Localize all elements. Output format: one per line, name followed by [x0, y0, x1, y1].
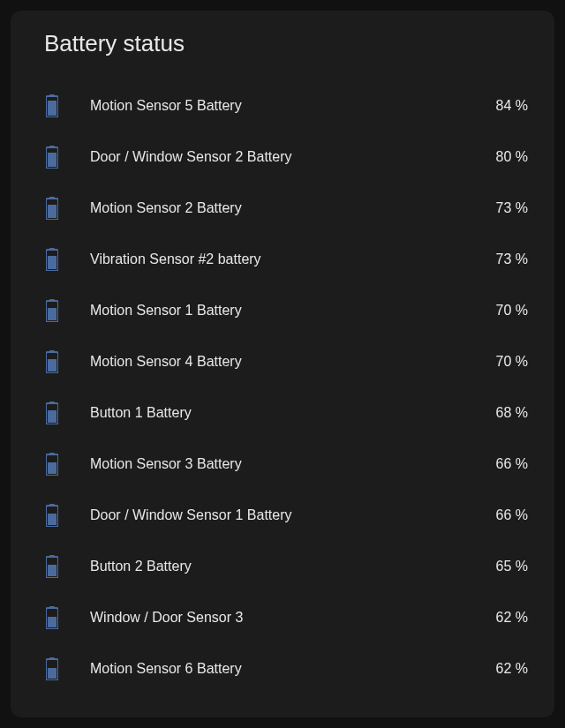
sensor-row[interactable]: Motion Sensor 2 Battery73 %: [32, 183, 533, 234]
svg-rect-29: [48, 565, 56, 576]
svg-rect-8: [48, 205, 56, 218]
sensor-row[interactable]: Button 1 Battery68 %: [32, 387, 533, 439]
card-title: Battery status: [44, 30, 533, 57]
sensor-value: 84 %: [496, 98, 528, 114]
sensor-value: 62 %: [496, 661, 528, 677]
svg-rect-20: [48, 410, 56, 423]
sensor-label: Motion Sensor 5 Battery: [90, 98, 496, 114]
sensor-label: Door / Window Sensor 1 Battery: [90, 507, 496, 523]
sensor-row[interactable]: Motion Sensor 4 Battery70 %: [32, 336, 533, 387]
sensor-row[interactable]: Window / Door Sensor 362 %: [32, 592, 533, 643]
sensor-row[interactable]: Door / Window Sensor 2 Battery80 %: [32, 131, 533, 183]
svg-rect-26: [48, 514, 56, 525]
battery-icon: [44, 94, 60, 117]
sensor-label: Vibration Sensor #2 battery: [90, 251, 496, 267]
sensor-value: 80 %: [496, 149, 528, 165]
battery-icon: [44, 453, 60, 476]
sensor-label: Button 2 Battery: [90, 559, 496, 574]
battery-icon: [44, 606, 60, 629]
sensor-label: Window / Door Sensor 3: [90, 610, 496, 626]
sensor-value: 65 %: [496, 559, 528, 574]
battery-status-card: Battery status Motion Sensor 5 Battery84…: [11, 11, 554, 717]
battery-icon: [44, 657, 60, 680]
sensor-row[interactable]: Motion Sensor 6 Battery62 %: [32, 643, 533, 694]
sensor-row[interactable]: Motion Sensor 1 Battery70 %: [32, 285, 533, 336]
sensor-value: 70 %: [496, 354, 528, 370]
sensor-value: 68 %: [496, 405, 528, 421]
battery-icon: [44, 248, 60, 271]
battery-icon: [44, 350, 60, 373]
svg-rect-17: [48, 359, 56, 372]
svg-rect-32: [48, 617, 56, 627]
svg-rect-2: [48, 101, 56, 116]
sensor-value: 70 %: [496, 303, 528, 319]
svg-rect-35: [48, 668, 56, 679]
battery-icon: [44, 197, 60, 220]
sensor-row[interactable]: Motion Sensor 5 Battery84 %: [32, 80, 533, 131]
sensor-label: Motion Sensor 1 Battery: [90, 303, 496, 319]
battery-icon: [44, 402, 60, 424]
sensor-value: 62 %: [496, 610, 528, 626]
sensor-row[interactable]: Door / Window Sensor 1 Battery66 %: [32, 490, 533, 541]
svg-rect-14: [48, 308, 56, 320]
sensor-label: Motion Sensor 6 Battery: [90, 661, 496, 677]
sensor-label: Motion Sensor 4 Battery: [90, 354, 496, 370]
battery-icon: [44, 146, 60, 169]
sensor-row[interactable]: Vibration Sensor #2 battery73 %: [32, 234, 533, 285]
sensor-label: Motion Sensor 2 Battery: [90, 200, 496, 216]
sensor-label: Door / Window Sensor 2 Battery: [90, 149, 496, 165]
sensor-row[interactable]: Button 2 Battery65 %: [32, 541, 533, 592]
sensor-value: 66 %: [496, 456, 528, 472]
sensor-value: 73 %: [496, 251, 528, 267]
battery-icon: [44, 299, 60, 322]
svg-rect-11: [48, 256, 56, 269]
sensor-label: Motion Sensor 3 Battery: [90, 456, 496, 472]
svg-rect-23: [48, 462, 56, 474]
battery-icon: [44, 555, 60, 578]
sensor-value: 73 %: [496, 200, 528, 216]
sensor-list: Motion Sensor 5 Battery84 % Door / Windo…: [32, 80, 533, 694]
battery-icon: [44, 504, 60, 527]
sensor-label: Button 1 Battery: [90, 405, 496, 421]
svg-rect-5: [48, 153, 56, 167]
sensor-value: 66 %: [496, 507, 528, 523]
sensor-row[interactable]: Motion Sensor 3 Battery66 %: [32, 439, 533, 490]
